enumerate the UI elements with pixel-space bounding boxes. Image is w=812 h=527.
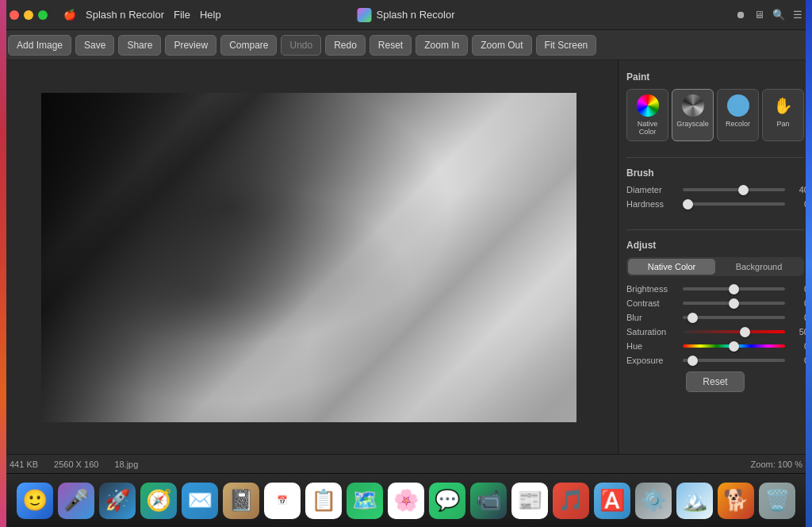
dock-launchpad[interactable]: 🚀 bbox=[99, 483, 136, 519]
undo-button[interactable]: Undo bbox=[281, 35, 321, 56]
dock-settings[interactable]: ⚙️ bbox=[635, 483, 672, 519]
traffic-lights bbox=[10, 10, 48, 20]
tab-native-color[interactable]: Native Color bbox=[628, 259, 715, 275]
dock-appstore[interactable]: 🅰️ bbox=[594, 483, 630, 519]
dock-dog[interactable]: 🐕 bbox=[718, 483, 754, 519]
photo-display bbox=[41, 93, 576, 422]
blur-label: Blur bbox=[626, 313, 678, 322]
hardness-row: Hardness 0 bbox=[626, 199, 804, 209]
exposure-row: Exposure 0 bbox=[626, 356, 804, 365]
add-image-button[interactable]: Add Image bbox=[8, 35, 71, 56]
zoom-level: Zoom: 100 % bbox=[751, 460, 802, 469]
dock-mail[interactable]: ✉️ bbox=[182, 483, 218, 519]
diameter-slider[interactable] bbox=[683, 188, 785, 191]
titlebar: 🍎 Splash n Recolor File Help Splash n Re… bbox=[0, 0, 812, 30]
menu-file[interactable]: File bbox=[174, 9, 190, 21]
paint-mode-pan[interactable]: ✋ Pan bbox=[762, 89, 804, 141]
minimize-button[interactable] bbox=[24, 10, 33, 20]
file-size: 441 KB bbox=[10, 460, 38, 469]
dock-finder[interactable]: 🙂 bbox=[17, 483, 53, 519]
dock-calendar[interactable]: 📅 bbox=[264, 483, 301, 519]
hue-label: Hue bbox=[626, 341, 678, 351]
dock-photos[interactable]: 🌸 bbox=[388, 483, 424, 519]
diameter-row: Diameter 40 bbox=[626, 185, 804, 194]
dock: 🙂 🎤 🚀 🧭 ✉️ 📓 📅 📋 🗺️ 🌸 💬 📹 📰 🎵 🅰️ ⚙️ 🏔️ 🐕… bbox=[0, 473, 812, 527]
paint-mode-native-color[interactable]: Native Color bbox=[626, 89, 668, 141]
hue-slider[interactable] bbox=[683, 344, 785, 348]
right-gradient bbox=[806, 0, 812, 527]
pan-label: Pan bbox=[776, 120, 789, 128]
paint-section-title: Paint bbox=[626, 71, 804, 83]
dock-notebook[interactable]: 📓 bbox=[223, 483, 259, 519]
photo-overlay bbox=[41, 93, 576, 422]
hue-row: Hue 0 bbox=[626, 341, 804, 351]
paint-mode-grayscale[interactable]: Grayscale bbox=[672, 89, 714, 141]
dock-news[interactable]: 📰 bbox=[511, 483, 548, 519]
titlebar-right-icons: ⏺ 🖥 🔍 ☰ bbox=[736, 9, 802, 21]
contrast-label: Contrast bbox=[626, 298, 678, 308]
adjust-tabs: Native Color Background bbox=[626, 257, 804, 276]
app-icon bbox=[358, 8, 372, 22]
recolor-icon bbox=[727, 94, 749, 117]
blur-row: Blur 0 bbox=[626, 313, 804, 322]
native-color-label: Native Color bbox=[629, 120, 666, 136]
redo-button[interactable]: Redo bbox=[325, 35, 366, 56]
dock-trash[interactable]: 🗑️ bbox=[759, 483, 795, 519]
save-button[interactable]: Save bbox=[75, 35, 114, 56]
contrast-row: Contrast 0 bbox=[626, 298, 804, 308]
native-color-icon bbox=[637, 94, 659, 117]
saturation-slider[interactable] bbox=[683, 330, 785, 333]
toolbar: Add Image Save Share Preview Compare Und… bbox=[0, 30, 812, 60]
pan-icon: ✋ bbox=[772, 94, 795, 117]
dock-mountain[interactable]: 🏔️ bbox=[676, 483, 713, 519]
dimensions: 2560 X 160 bbox=[54, 460, 98, 469]
maximize-button[interactable] bbox=[38, 10, 48, 20]
fit-screen-button[interactable]: Fit Screen bbox=[536, 35, 597, 56]
menu-apple[interactable]: 🍎 bbox=[63, 9, 76, 21]
canvas-area[interactable] bbox=[0, 60, 618, 454]
dock-siri[interactable]: 🎤 bbox=[58, 483, 94, 519]
menu-bar: 🍎 Splash n Recolor File Help bbox=[63, 9, 221, 21]
menu-help[interactable]: Help bbox=[200, 9, 221, 21]
main-content: Paint Native Color Grayscale Recolor ✋ P… bbox=[0, 60, 812, 454]
exposure-slider[interactable] bbox=[683, 359, 785, 362]
app-title: Splash n Recolor bbox=[358, 8, 455, 22]
adjust-reset-button[interactable]: Reset bbox=[686, 371, 744, 392]
hardness-label: Hardness bbox=[626, 199, 678, 209]
grayscale-label: Grayscale bbox=[676, 120, 709, 128]
contrast-slider[interactable] bbox=[683, 302, 785, 305]
brightness-label: Brightness bbox=[626, 284, 678, 294]
tab-background[interactable]: Background bbox=[715, 259, 802, 275]
dock-reminders[interactable]: 📋 bbox=[305, 483, 342, 519]
share-button[interactable]: Share bbox=[118, 35, 161, 56]
blur-slider[interactable] bbox=[683, 316, 785, 319]
preview-button[interactable]: Preview bbox=[165, 35, 216, 56]
diameter-label: Diameter bbox=[626, 185, 678, 194]
hardness-slider[interactable] bbox=[683, 202, 785, 206]
menu-app-name[interactable]: Splash n Recolor bbox=[86, 9, 164, 21]
dock-maps[interactable]: 🗺️ bbox=[347, 483, 383, 519]
brightness-slider[interactable] bbox=[683, 287, 785, 290]
saturation-row: Saturation 50 bbox=[626, 327, 804, 337]
canvas-image[interactable] bbox=[41, 93, 576, 422]
status-bar: 441 KB 2560 X 160 18.jpg Zoom: 100 % bbox=[0, 454, 812, 473]
exposure-label: Exposure bbox=[626, 356, 678, 365]
dock-facetime[interactable]: 📹 bbox=[470, 483, 507, 519]
dock-safari[interactable]: 🧭 bbox=[140, 483, 177, 519]
brightness-row: Brightness 0 bbox=[626, 284, 804, 294]
compare-button[interactable]: Compare bbox=[220, 35, 277, 56]
record-icon[interactable]: ⏺ bbox=[736, 9, 746, 21]
paint-modes: Native Color Grayscale Recolor ✋ Pan bbox=[626, 89, 804, 141]
reset-toolbar-button[interactable]: Reset bbox=[370, 35, 412, 56]
paint-mode-recolor[interactable]: Recolor bbox=[717, 89, 759, 141]
close-button[interactable] bbox=[10, 10, 19, 20]
zoom-in-button[interactable]: Zoom In bbox=[416, 35, 468, 56]
menu-icon[interactable]: ☰ bbox=[793, 9, 802, 21]
brush-section: Brush Diameter 40 Hardness 0 bbox=[626, 164, 804, 213]
display-icon[interactable]: 🖥 bbox=[754, 9, 764, 21]
recolor-label: Recolor bbox=[726, 120, 750, 128]
search-icon[interactable]: 🔍 bbox=[772, 9, 785, 21]
zoom-out-button[interactable]: Zoom Out bbox=[472, 35, 531, 56]
dock-music[interactable]: 🎵 bbox=[553, 483, 589, 519]
dock-messages[interactable]: 💬 bbox=[429, 483, 465, 519]
